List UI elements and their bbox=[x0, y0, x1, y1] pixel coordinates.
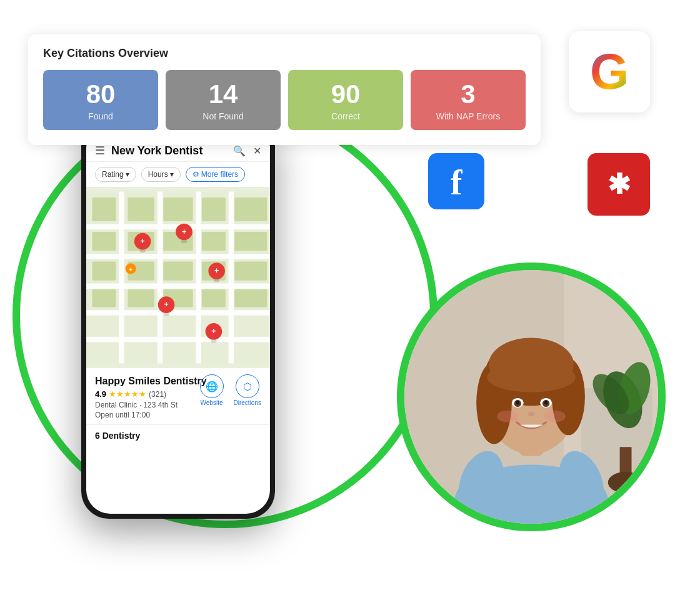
svg-rect-11 bbox=[92, 198, 116, 221]
svg-rect-13 bbox=[163, 198, 192, 221]
svg-rect-19 bbox=[202, 232, 226, 251]
website-action[interactable]: 🌐 Website bbox=[200, 374, 224, 406]
citation-not-found: 14 Not Found bbox=[166, 70, 281, 130]
svg-rect-25 bbox=[234, 261, 267, 280]
phone-map: + + + bbox=[86, 187, 270, 368]
facebook-logo: f bbox=[428, 153, 484, 209]
svg-text:✱: ✱ bbox=[608, 169, 631, 199]
business-hours: Open until 17:00 bbox=[95, 411, 261, 419]
filter-icon: ⚙ bbox=[192, 170, 199, 179]
citations-title: Key Citations Overview bbox=[43, 47, 526, 60]
svg-rect-8 bbox=[158, 191, 163, 363]
search-icon[interactable]: 🔍 bbox=[233, 145, 246, 157]
svg-rect-27 bbox=[128, 289, 154, 307]
svg-text:+: + bbox=[211, 327, 216, 336]
svg-point-75 bbox=[544, 411, 566, 422]
star-icons: ★★★★★ bbox=[109, 389, 146, 399]
svg-text:+: + bbox=[182, 228, 186, 236]
svg-text:+: + bbox=[129, 266, 132, 273]
svg-point-73 bbox=[528, 412, 534, 417]
review-count: (321) bbox=[149, 390, 166, 399]
svg-rect-6 bbox=[86, 337, 270, 342]
search-query-text: New York Dentist bbox=[111, 144, 227, 158]
google-g-icon: G bbox=[590, 43, 629, 101]
citation-correct: 90 Correct bbox=[288, 70, 403, 130]
svg-rect-23 bbox=[163, 261, 192, 280]
svg-text:+: + bbox=[164, 300, 168, 309]
directions-action[interactable]: ⬡ Directions bbox=[234, 374, 261, 406]
svg-rect-21 bbox=[92, 261, 116, 280]
rating-dropdown-icon: ▾ bbox=[126, 170, 129, 179]
next-listing: 6 Dentistry bbox=[86, 424, 270, 446]
yelp-icon: ✱ bbox=[600, 166, 638, 203]
directions-label: Directions bbox=[234, 399, 261, 406]
correct-label: Correct bbox=[296, 111, 396, 121]
next-listing-name: 6 Dentistry bbox=[95, 431, 140, 441]
map-svg: + + + bbox=[86, 187, 270, 368]
search-action-icons: 🔍 ✕ bbox=[233, 145, 261, 157]
svg-rect-26 bbox=[92, 289, 116, 307]
rating-filter-label: Rating bbox=[102, 170, 124, 179]
svg-point-74 bbox=[497, 411, 518, 422]
rating-score: 4.9 bbox=[95, 389, 106, 399]
rating-filter[interactable]: Rating ▾ bbox=[95, 167, 136, 182]
hamburger-icon: ☰ bbox=[95, 144, 105, 158]
woman-photo-svg bbox=[404, 270, 658, 524]
svg-rect-10 bbox=[229, 191, 234, 363]
found-number: 80 bbox=[51, 81, 151, 108]
yelp-logo: ✱ bbox=[588, 153, 650, 216]
svg-rect-14 bbox=[202, 198, 226, 221]
svg-rect-9 bbox=[196, 191, 201, 363]
svg-point-72 bbox=[544, 401, 548, 405]
not-found-label: Not Found bbox=[173, 111, 273, 121]
svg-rect-3 bbox=[86, 254, 270, 259]
more-filters[interactable]: ⚙ More filters bbox=[186, 167, 245, 182]
hours-filter-label: Hours bbox=[148, 170, 168, 179]
citations-grid: 80 Found 14 Not Found 90 Correct 3 With … bbox=[43, 70, 526, 130]
citation-found: 80 Found bbox=[43, 70, 158, 130]
svg-rect-7 bbox=[119, 191, 124, 363]
nap-label: With NAP Errors bbox=[418, 111, 518, 121]
hours-dropdown-icon: ▾ bbox=[170, 170, 174, 179]
phone-mockup: 09:21 ▌▌▌ 5G ▮ ☰ New York Dentist 🔍 ✕ bbox=[81, 119, 275, 519]
svg-rect-29 bbox=[202, 289, 226, 307]
svg-rect-15 bbox=[234, 198, 267, 221]
website-label: Website bbox=[201, 399, 223, 406]
svg-rect-20 bbox=[234, 232, 267, 251]
phone-screen: 09:21 ▌▌▌ 5G ▮ ☰ New York Dentist 🔍 ✕ bbox=[86, 124, 270, 514]
found-label: Found bbox=[51, 111, 151, 121]
website-icon: 🌐 bbox=[200, 374, 224, 398]
svg-point-71 bbox=[516, 401, 519, 405]
svg-text:+: + bbox=[140, 237, 144, 246]
not-found-number: 14 bbox=[173, 81, 273, 108]
svg-rect-4 bbox=[86, 283, 270, 289]
directions-icon: ⬡ bbox=[236, 374, 259, 398]
phone-filters: Rating ▾ Hours ▾ ⚙ More filters bbox=[86, 162, 270, 187]
svg-rect-5 bbox=[86, 310, 270, 316]
svg-text:+: + bbox=[214, 266, 219, 275]
hours-filter[interactable]: Hours ▾ bbox=[141, 167, 181, 182]
phone-outer: 09:21 ▌▌▌ 5G ▮ ☰ New York Dentist 🔍 ✕ bbox=[81, 119, 275, 519]
citations-card: Key Citations Overview 80 Found 14 Not F… bbox=[28, 34, 541, 145]
woman-circle bbox=[397, 262, 666, 531]
close-icon[interactable]: ✕ bbox=[253, 145, 261, 157]
google-logo: G bbox=[569, 31, 650, 112]
svg-rect-12 bbox=[128, 198, 154, 221]
correct-number: 90 bbox=[296, 81, 396, 108]
svg-point-66 bbox=[487, 362, 576, 392]
svg-point-56 bbox=[608, 472, 644, 493]
facebook-f-icon: f bbox=[451, 165, 462, 200]
svg-rect-30 bbox=[234, 289, 267, 307]
citation-nap-errors: 3 With NAP Errors bbox=[411, 70, 526, 130]
business-listing: Happy Smiles Dentistry 4.9 ★★★★★ (321) D… bbox=[86, 368, 270, 424]
business-actions: 🌐 Website ⬡ Directions bbox=[200, 374, 261, 406]
svg-rect-16 bbox=[92, 232, 116, 251]
nap-number: 3 bbox=[418, 81, 518, 108]
more-filters-label: More filters bbox=[201, 170, 238, 179]
